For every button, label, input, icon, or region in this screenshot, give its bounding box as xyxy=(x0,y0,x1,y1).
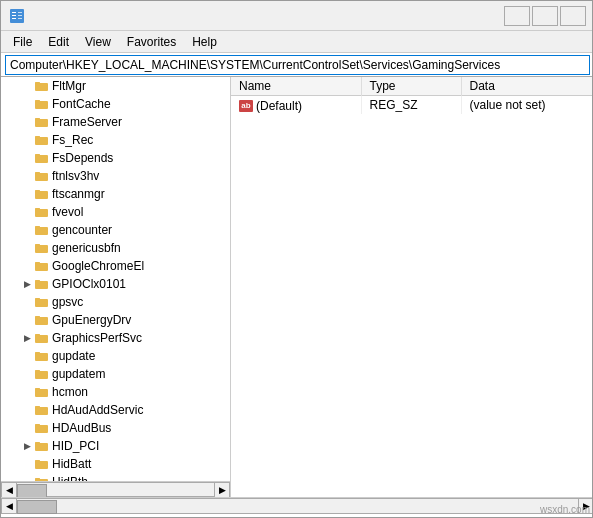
tree-item[interactable]: ▶ gencounter xyxy=(1,221,230,239)
menu-item-file[interactable]: File xyxy=(5,33,40,51)
folder-icon xyxy=(35,386,49,398)
folder-icon xyxy=(35,206,49,218)
tree-item[interactable]: ▶ ftscanmgr xyxy=(1,185,230,203)
tree-h-scroll-thumb[interactable] xyxy=(17,484,47,497)
svg-rect-33 xyxy=(35,317,48,325)
svg-rect-44 xyxy=(35,406,40,408)
tree-item[interactable]: ▶ HDAudBus xyxy=(1,419,230,437)
h-scroll-right-btn[interactable]: ▶ xyxy=(578,498,593,514)
h-scroll-thumb[interactable] xyxy=(17,500,57,514)
svg-rect-20 xyxy=(35,190,40,192)
tree-item-label: GPIOClx0101 xyxy=(52,277,126,291)
row-name: (Default) xyxy=(256,99,302,113)
folder-icon xyxy=(35,152,49,164)
tree-item[interactable]: ▶ gupdatem xyxy=(1,365,230,383)
svg-rect-38 xyxy=(35,352,40,354)
svg-rect-10 xyxy=(35,100,40,102)
tree-item-label: gencounter xyxy=(52,223,112,237)
svg-rect-1 xyxy=(12,12,16,13)
tree-item[interactable]: ▶ GpuEnergyDrv xyxy=(1,311,230,329)
tree-item-label: HDAudBus xyxy=(52,421,111,435)
folder-icon xyxy=(35,224,49,236)
menu-item-view[interactable]: View xyxy=(77,33,119,51)
tree-scroll-right-btn[interactable]: ▶ xyxy=(214,482,230,497)
svg-rect-31 xyxy=(35,299,48,307)
tree-item[interactable]: ▶ gpsvc xyxy=(1,293,230,311)
tree-item[interactable]: ▶ GoogleChromeEl xyxy=(1,257,230,275)
col-name-header[interactable]: Name xyxy=(231,77,361,96)
tree-item[interactable]: ▶ fvevol xyxy=(1,203,230,221)
minimize-button[interactable] xyxy=(504,6,530,26)
svg-rect-9 xyxy=(35,101,48,109)
svg-rect-41 xyxy=(35,389,48,397)
maximize-button[interactable] xyxy=(532,6,558,26)
reg-value-icon: ab xyxy=(239,100,253,112)
folder-icon xyxy=(35,116,49,128)
tree-item[interactable]: ▶ genericusbfn xyxy=(1,239,230,257)
svg-rect-28 xyxy=(35,262,40,264)
svg-rect-18 xyxy=(35,172,40,174)
svg-rect-39 xyxy=(35,371,48,379)
svg-rect-24 xyxy=(35,226,40,228)
data-table-scroll[interactable]: Name Type Data ab(Default)REG_SZ(value n… xyxy=(231,77,593,497)
tree-item[interactable]: ▶ GraphicsPerfSvc xyxy=(1,329,230,347)
expand-arrow-icon[interactable]: ▶ xyxy=(21,278,33,290)
tree-scroll[interactable]: ▶ FltMgr▶ FontCache▶ FrameServer▶ Fs_Rec… xyxy=(1,77,230,481)
menu-item-favorites[interactable]: Favorites xyxy=(119,33,184,51)
data-panel: Name Type Data ab(Default)REG_SZ(value n… xyxy=(231,77,593,497)
folder-icon xyxy=(35,260,49,272)
tree-item-label: FrameServer xyxy=(52,115,122,129)
svg-rect-30 xyxy=(35,280,40,282)
svg-rect-43 xyxy=(35,407,48,415)
tree-item-label: FontCache xyxy=(52,97,111,111)
tree-item-label: gpsvc xyxy=(52,295,83,309)
svg-rect-46 xyxy=(35,424,40,426)
tree-item[interactable]: ▶ hcmon xyxy=(1,383,230,401)
svg-rect-4 xyxy=(18,12,22,13)
tree-item[interactable]: ▶ HID_PCI xyxy=(1,437,230,455)
expand-arrow-icon[interactable]: ▶ xyxy=(21,440,33,452)
tree-item[interactable]: ▶ HidBatt xyxy=(1,455,230,473)
folder-icon xyxy=(35,476,49,481)
tree-item-label: ftscanmgr xyxy=(52,187,105,201)
tree-item[interactable]: ▶ HdAudAddServic xyxy=(1,401,230,419)
expand-arrow-icon[interactable]: ▶ xyxy=(21,332,33,344)
svg-rect-13 xyxy=(35,137,48,145)
title-bar xyxy=(1,1,593,31)
svg-rect-47 xyxy=(35,443,48,451)
folder-icon xyxy=(35,296,49,308)
tree-item-label: HidBatt xyxy=(52,457,91,471)
svg-rect-23 xyxy=(35,227,48,235)
h-scroll-left-btn[interactable]: ◀ xyxy=(1,498,17,514)
svg-rect-2 xyxy=(12,15,16,16)
tree-scroll-left-btn[interactable]: ◀ xyxy=(1,482,17,497)
tree-item[interactable]: ▶ gupdate xyxy=(1,347,230,365)
close-button[interactable] xyxy=(560,6,586,26)
menu-item-help[interactable]: Help xyxy=(184,33,225,51)
tree-item[interactable]: ▶ FsDepends xyxy=(1,149,230,167)
tree-item[interactable]: ▶ FontCache xyxy=(1,95,230,113)
tree-item-label: genericusbfn xyxy=(52,241,121,255)
address-input[interactable] xyxy=(5,55,590,75)
tree-item[interactable]: ▶ GPIOClx0101 xyxy=(1,275,230,293)
tree-item[interactable]: ▶ Fs_Rec xyxy=(1,131,230,149)
tree-item[interactable]: ▶ HidBth xyxy=(1,473,230,481)
tree-item-label: GpuEnergyDrv xyxy=(52,313,131,327)
app-icon xyxy=(9,8,25,24)
tree-item-label: Fs_Rec xyxy=(52,133,93,147)
tree-item[interactable]: ▶ FrameServer xyxy=(1,113,230,131)
svg-rect-16 xyxy=(35,154,40,156)
svg-rect-26 xyxy=(35,244,40,246)
folder-icon xyxy=(35,98,49,110)
table-cell-type: REG_SZ xyxy=(361,96,461,115)
tree-item-label: GraphicsPerfSvc xyxy=(52,331,142,345)
menu-item-edit[interactable]: Edit xyxy=(40,33,77,51)
col-type-header[interactable]: Type xyxy=(361,77,461,96)
svg-rect-34 xyxy=(35,316,40,318)
tree-item[interactable]: ▶ FltMgr xyxy=(1,77,230,95)
tree-scroll-controls: ◀ ▶ xyxy=(1,481,230,497)
table-row[interactable]: ab(Default)REG_SZ(value not set) xyxy=(231,96,593,115)
tree-item[interactable]: ▶ ftnlsv3hv xyxy=(1,167,230,185)
table-cell-name: ab(Default) xyxy=(231,96,361,115)
col-data-header[interactable]: Data xyxy=(461,77,593,96)
